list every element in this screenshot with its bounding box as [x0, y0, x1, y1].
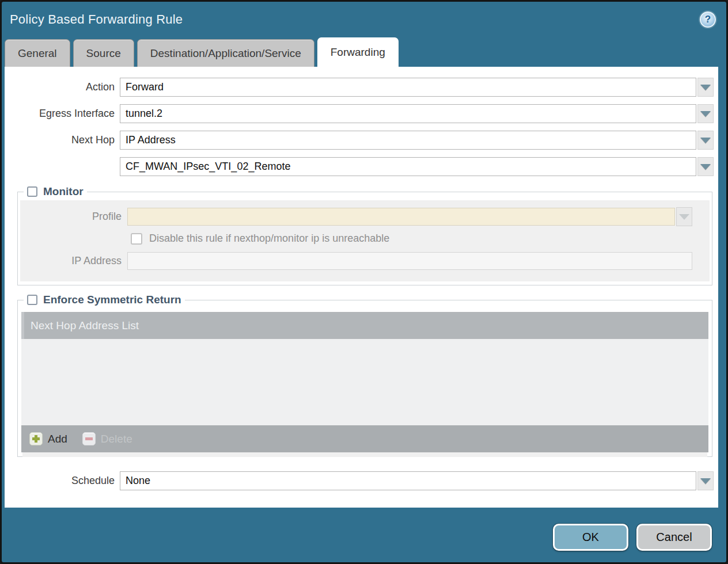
monitor-legend: Monitor	[24, 185, 87, 198]
egress-interface-value: tunnel.2	[126, 108, 162, 120]
egress-interface-dropdown-button[interactable]	[697, 104, 714, 123]
dialog-footer: OK Cancel	[2, 508, 726, 551]
egress-interface-row: Egress Interface tunnel.2	[5, 104, 714, 123]
next-hop-address-list-table: Next Hop Address List Add Delete	[21, 312, 708, 457]
add-button[interactable]: Add	[29, 432, 67, 445]
next-hop-address-select[interactable]: CF_MWAN_IPsec_VTI_02_Remote	[120, 157, 696, 176]
monitor-ip-address-label: IP Address	[20, 255, 127, 267]
enforce-symmetric-return-section: Enforce Symmetric Return Next Hop Addres…	[17, 294, 712, 457]
next-hop-dropdown-button[interactable]	[697, 131, 714, 150]
help-icon[interactable]: ?	[700, 12, 716, 28]
schedule-select[interactable]: None	[120, 471, 696, 490]
disable-rule-checkbox	[131, 233, 142, 245]
tab-general[interactable]: General	[5, 39, 70, 67]
schedule-dropdown-button[interactable]	[697, 471, 714, 490]
forwarding-tab-panel: Action Forward Egress Interface tunnel.2	[5, 67, 718, 508]
ok-button[interactable]: OK	[553, 524, 628, 551]
egress-interface-select[interactable]: tunnel.2	[120, 104, 696, 123]
next-hop-address-list-footer: Add Delete	[21, 425, 708, 452]
monitor-ip-address-input	[127, 252, 692, 270]
schedule-value: None	[126, 475, 150, 487]
tab-source[interactable]: Source	[73, 39, 134, 67]
delete-button: Delete	[82, 432, 132, 445]
table-bottom-strip	[22, 452, 707, 457]
dialog-title: Policy Based Forwarding Rule	[10, 12, 183, 27]
profile-select	[127, 208, 675, 226]
monitor-section: Monitor Profile Disable this rule if nex…	[17, 185, 712, 285]
next-hop-select[interactable]: IP Address	[120, 131, 696, 150]
egress-interface-label: Egress Interface	[5, 108, 120, 120]
next-hop-address-list-header: Next Hop Address List	[21, 312, 708, 339]
next-hop-address-list-body[interactable]	[21, 339, 708, 425]
profile-label: Profile	[20, 211, 127, 223]
action-select[interactable]: Forward	[120, 78, 696, 97]
chevron-down-icon	[700, 478, 711, 484]
tab-bar: General Source Destination/Application/S…	[2, 37, 726, 67]
chevron-down-icon	[700, 85, 711, 90]
chevron-down-icon	[700, 111, 711, 117]
monitor-panel: Profile Disable this rule if nexthop/mon…	[20, 200, 710, 281]
cancel-button[interactable]: Cancel	[636, 524, 712, 551]
monitor-ip-address-row: IP Address	[20, 252, 692, 270]
next-hop-label: Next Hop	[5, 134, 120, 146]
next-hop-address-dropdown-button[interactable]	[697, 157, 714, 176]
schedule-label: Schedule	[5, 475, 120, 487]
delete-button-label: Delete	[101, 433, 132, 445]
chevron-down-icon	[700, 164, 711, 170]
enforce-symmetric-return-checkbox[interactable]	[27, 295, 37, 305]
minus-icon	[82, 432, 96, 445]
next-hop-address-list-header-label: Next Hop Address List	[31, 319, 139, 332]
profile-dropdown-button	[676, 207, 692, 226]
enforce-symmetric-return-legend: Enforce Symmetric Return	[24, 294, 185, 306]
next-hop-value: IP Address	[126, 134, 176, 146]
monitor-checkbox[interactable]	[27, 186, 37, 197]
action-dropdown-button[interactable]	[697, 78, 714, 97]
policy-based-forwarding-rule-dialog: Policy Based Forwarding Rule ? General S…	[0, 0, 728, 564]
dialog-titlebar: Policy Based Forwarding Rule ?	[2, 2, 726, 37]
action-value: Forward	[126, 81, 164, 93]
schedule-row: Schedule None	[5, 471, 714, 490]
add-button-label: Add	[48, 433, 67, 445]
disable-rule-label: Disable this rule if nexthop/monitor ip …	[149, 233, 389, 245]
monitor-legend-label: Monitor	[43, 185, 84, 198]
profile-row: Profile	[20, 207, 692, 226]
next-hop-address-value: CF_MWAN_IPsec_VTI_02_Remote	[126, 161, 290, 173]
action-row: Action Forward	[5, 78, 714, 97]
tab-forwarding[interactable]: Forwarding	[317, 37, 399, 67]
chevron-down-icon	[679, 214, 689, 220]
next-hop-row: Next Hop IP Address	[5, 131, 714, 150]
action-label: Action	[5, 81, 120, 93]
disable-rule-row: Disable this rule if nexthop/monitor ip …	[131, 233, 710, 245]
enforce-symmetric-return-legend-label: Enforce Symmetric Return	[43, 294, 181, 306]
plus-icon	[29, 432, 43, 445]
tab-destination-application-service[interactable]: Destination/Application/Service	[137, 39, 314, 67]
chevron-down-icon	[700, 138, 711, 143]
next-hop-address-row: CF_MWAN_IPsec_VTI_02_Remote	[5, 157, 714, 176]
